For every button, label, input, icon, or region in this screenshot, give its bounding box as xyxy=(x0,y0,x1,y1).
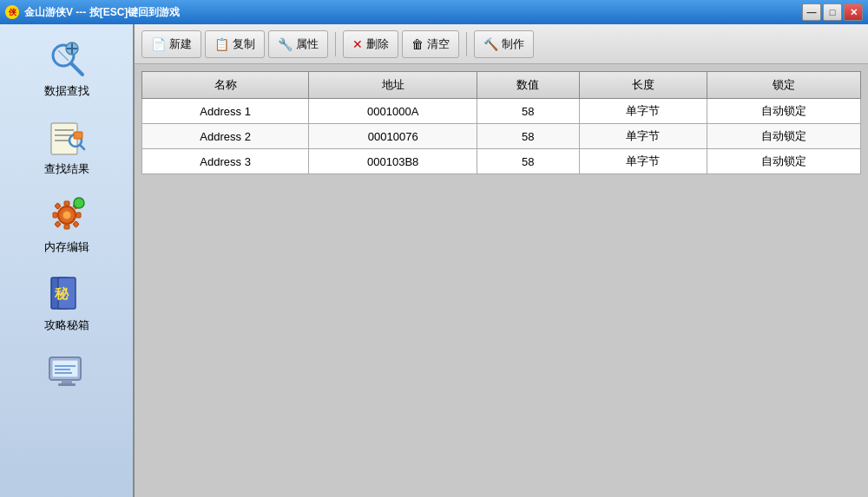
clear-button[interactable]: 🗑 清空 xyxy=(402,30,459,58)
title-bar-left: 侠 金山游侠V --- 按[ESC]键回到游戏 xyxy=(5,5,180,20)
delete-button[interactable]: ✕ 删除 xyxy=(343,30,398,58)
delete-label: 删除 xyxy=(366,36,389,52)
copy-button[interactable]: 📋 复制 xyxy=(205,30,265,58)
new-label: 新建 xyxy=(169,36,192,52)
sidebar-item-data-search[interactable]: 数据查找 xyxy=(15,33,119,104)
main-container: 数据查找 查找结果 xyxy=(0,24,868,497)
col-header-length: 长度 xyxy=(579,72,707,99)
new-icon: 📄 xyxy=(151,37,166,51)
sidebar: 数据查找 查找结果 xyxy=(0,24,135,497)
sidebar-label-search-results: 查找结果 xyxy=(44,161,89,177)
sidebar-item-system[interactable] xyxy=(15,345,119,401)
toolbar-separator-1 xyxy=(335,32,336,56)
cell-value: 58 xyxy=(477,124,579,149)
table-row[interactable]: Address 20001007658单字节自动锁定 xyxy=(142,124,861,149)
make-button[interactable]: 🔨 制作 xyxy=(474,30,534,58)
svg-rect-18 xyxy=(76,213,81,218)
cell-length: 单字节 xyxy=(579,149,707,174)
cell-value: 58 xyxy=(477,149,579,174)
svg-rect-28 xyxy=(52,360,78,377)
cell-length: 单字节 xyxy=(579,99,707,124)
col-header-address: 地址 xyxy=(309,72,477,99)
sidebar-label-data-search: 数据查找 xyxy=(44,83,89,99)
cell-name: Address 1 xyxy=(142,99,309,124)
new-button[interactable]: 📄 新建 xyxy=(141,30,201,58)
cell-address: 000103B8 xyxy=(309,149,477,174)
clear-label: 清空 xyxy=(427,36,450,52)
sidebar-item-memory-edit[interactable]: 内存编辑 xyxy=(15,189,119,260)
svg-rect-17 xyxy=(53,213,57,218)
clear-icon: 🗑 xyxy=(411,37,424,51)
cell-lock: 自动锁定 xyxy=(707,99,860,124)
close-button[interactable]: ✕ xyxy=(844,3,863,21)
sidebar-item-strategy[interactable]: 秘 攻略秘箱 xyxy=(15,267,119,338)
cell-address: 0001000A xyxy=(309,99,477,124)
table-row[interactable]: Address 10001000A58单字节自动锁定 xyxy=(142,99,861,124)
data-table: 名称 地址 数值 长度 锁定 Address 10001000A58单字节自动锁… xyxy=(141,71,861,174)
col-header-name: 名称 xyxy=(142,72,309,99)
content-area: 📄 新建 📋 复制 🔧 属性 ✕ 删除 🗑 清空 xyxy=(135,24,868,497)
cell-lock: 自动锁定 xyxy=(707,149,860,174)
svg-rect-30 xyxy=(58,383,76,386)
properties-label: 属性 xyxy=(296,36,319,52)
toolbar: 📄 新建 📋 复制 🔧 属性 ✕ 删除 🗑 清空 xyxy=(135,24,868,64)
maximize-button[interactable]: □ xyxy=(823,3,842,21)
title-bar: 侠 金山游侠V --- 按[ESC]键回到游戏 — □ ✕ xyxy=(0,0,868,24)
title-buttons[interactable]: — □ ✕ xyxy=(802,3,863,21)
table-row[interactable]: Address 3000103B858单字节自动锁定 xyxy=(142,149,861,174)
svg-rect-16 xyxy=(64,225,69,229)
cell-address: 00010076 xyxy=(309,124,477,149)
svg-point-14 xyxy=(62,211,71,219)
svg-rect-6 xyxy=(51,123,77,154)
make-label: 制作 xyxy=(502,36,524,52)
title-text: 金山游侠V --- 按[ESC]键回到游戏 xyxy=(24,5,180,20)
svg-rect-12 xyxy=(74,132,82,139)
svg-rect-21 xyxy=(54,221,60,227)
search-results-icon xyxy=(46,116,88,158)
sidebar-label-strategy: 攻略秘箱 xyxy=(44,317,89,333)
cell-lock: 自动锁定 xyxy=(707,124,860,149)
cell-value: 58 xyxy=(477,99,579,124)
svg-line-11 xyxy=(80,145,84,149)
sidebar-item-search-results[interactable]: 查找结果 xyxy=(15,111,119,182)
data-search-icon xyxy=(46,38,88,80)
svg-text:秘: 秘 xyxy=(54,286,69,301)
properties-icon: 🔧 xyxy=(278,37,293,51)
copy-icon: 📋 xyxy=(214,37,229,51)
copy-label: 复制 xyxy=(233,36,255,52)
svg-point-23 xyxy=(74,198,84,208)
svg-line-1 xyxy=(71,63,82,75)
strategy-icon: 秘 xyxy=(46,272,88,314)
minimize-button[interactable]: — xyxy=(802,3,821,21)
col-header-value: 数值 xyxy=(477,72,579,99)
delete-icon: ✕ xyxy=(352,37,363,51)
table-container: 名称 地址 数值 长度 锁定 Address 10001000A58单字节自动锁… xyxy=(135,64,868,497)
table-header-row: 名称 地址 数值 长度 锁定 xyxy=(142,72,861,99)
cell-name: Address 3 xyxy=(142,149,309,174)
cell-length: 单字节 xyxy=(579,124,707,149)
svg-rect-29 xyxy=(62,380,72,383)
svg-rect-15 xyxy=(64,201,69,206)
toolbar-separator-2 xyxy=(466,32,467,56)
make-icon: 🔨 xyxy=(483,37,498,51)
cell-name: Address 2 xyxy=(142,124,309,149)
svg-rect-19 xyxy=(54,203,60,209)
memory-edit-icon xyxy=(46,194,88,236)
app-icon: 侠 xyxy=(5,5,19,19)
sidebar-label-memory-edit: 内存编辑 xyxy=(44,239,89,255)
col-header-lock: 锁定 xyxy=(707,72,860,99)
properties-button[interactable]: 🔧 属性 xyxy=(268,30,328,58)
svg-rect-22 xyxy=(72,221,78,227)
system-icon xyxy=(46,350,88,392)
